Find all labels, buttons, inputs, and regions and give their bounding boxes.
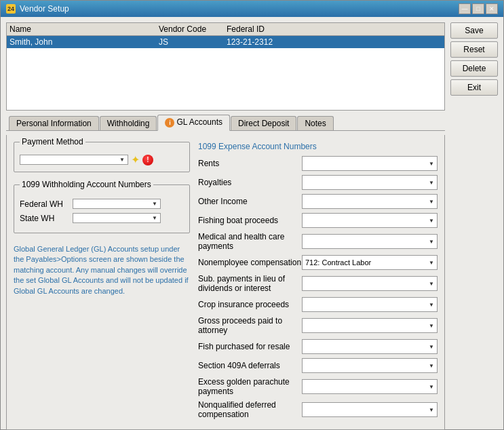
account-select-medical[interactable]: ▼: [302, 234, 438, 249]
account-select-excess-golden[interactable]: ▼: [302, 379, 438, 394]
federal-wh-label: Federal WH: [20, 199, 67, 209]
title-bar: 24 Vendor Setup — □ ✕: [1, 1, 503, 17]
vendor-table-header: Name Vendor Code Federal ID: [7, 23, 444, 36]
account-label-royalties: Royalties: [198, 178, 302, 187]
account-select-royalties[interactable]: ▼: [302, 175, 438, 190]
reset-button[interactable]: Reset: [450, 41, 498, 58]
rents-chevron-icon: ▼: [429, 161, 434, 167]
account-select-sub-payments[interactable]: ▼: [302, 276, 438, 291]
app-icon: 24: [6, 4, 16, 14]
main-area: Name Vendor Code Federal ID Smith, John …: [6, 22, 445, 430]
crop-chevron-icon: ▼: [429, 302, 434, 308]
tab-notes[interactable]: Notes: [297, 116, 333, 130]
delete-button[interactable]: Delete: [450, 60, 498, 77]
account-row-nonqualified: Nonqualified deferred compensation ▼: [198, 399, 438, 420]
nonemployee-chevron-icon: ▼: [429, 260, 434, 266]
tab-bar: Personal Information Withholding iGL Acc…: [6, 115, 445, 131]
account-label-nonqualified: Nonqualified deferred compensation: [198, 400, 302, 419]
payment-method-chevron-icon: ▼: [119, 157, 125, 163]
vendor-table: Name Vendor Code Federal ID Smith, John …: [6, 22, 445, 111]
title-controls: — □ ✕: [459, 3, 498, 14]
gl-accounts-icon: i: [165, 118, 174, 128]
account-select-fish-purchased[interactable]: ▼: [302, 339, 438, 354]
federal-wh-select[interactable]: ▼: [73, 199, 161, 209]
account-row-fishing-boat: Fishing boat proceeds ▼: [198, 212, 438, 229]
account-select-other-income[interactable]: ▼: [302, 194, 438, 209]
account-select-crop[interactable]: ▼: [302, 297, 438, 312]
royalties-chevron-icon: ▼: [429, 180, 434, 186]
excess-golden-chevron-icon: ▼: [429, 384, 434, 390]
account-label-section-409a: Section 409A deferrals: [198, 361, 302, 370]
nonqualified-chevron-icon: ▼: [429, 407, 434, 413]
minimize-button[interactable]: —: [459, 3, 471, 14]
account-row-other-income: Other Income ▼: [198, 193, 438, 210]
account-select-section-409a[interactable]: ▼: [302, 358, 438, 373]
payment-method-row: ▼ ✦ !: [20, 153, 184, 166]
federal-wh-chevron-icon: ▼: [152, 201, 157, 207]
account-label-crop: Crop insurance proceeds: [198, 300, 302, 309]
sidebar-buttons: Save Reset Delete Exit: [450, 22, 498, 430]
account-row-excess-golden: Excess golden parachute payments ▼: [198, 376, 438, 397]
account-label-sub-payments: Sub. payments in lieu of dividends or in…: [198, 274, 302, 293]
account-label-excess-golden: Excess golden parachute payments: [198, 377, 302, 396]
tab-withholding[interactable]: Withholding: [100, 116, 157, 130]
account-label-fish-purchased: Fish purchased for resale: [198, 342, 302, 351]
tab-panel-gl-accounts: Payment Method ▼ ✦ ! 1099 Withholding: [6, 135, 445, 430]
account-select-rents[interactable]: ▼: [302, 156, 438, 171]
vendor-code: JS: [159, 37, 227, 47]
other-income-chevron-icon: ▼: [429, 199, 434, 205]
account-label-other-income: Other Income: [198, 197, 302, 206]
gross-proceeds-chevron-icon: ▼: [429, 323, 434, 329]
withholding-accounts-title: 1099 Withholding Account Numbers: [20, 180, 153, 189]
expense-accounts-title: 1099 Expense Account Numbers: [198, 142, 438, 151]
account-row-fish-purchased: Fish purchased for resale ▼: [198, 338, 438, 355]
gl-accounts-info-text: Global General Ledger (GL) Accounts setu…: [14, 244, 190, 296]
table-row[interactable]: Smith, John JS 123-21-2312: [7, 36, 444, 48]
warning-icon: !: [142, 155, 153, 165]
vendor-name: Smith, John: [9, 37, 159, 47]
account-label-nonemployee: Nonemployee compensation: [198, 258, 302, 267]
tab-gl-accounts[interactable]: iGL Accounts: [157, 115, 230, 131]
payment-method-select[interactable]: ▼: [20, 155, 128, 165]
star-icon: ✦: [131, 153, 140, 166]
withholding-accounts-group: 1099 Withholding Account Numbers Federal…: [14, 184, 190, 233]
account-row-royalties: Royalties ▼: [198, 174, 438, 191]
account-label-rents: Rents: [198, 159, 302, 168]
account-row-nonemployee: Nonemployee compensation 712: Contract L…: [198, 254, 438, 271]
payment-method-title: Payment Method: [20, 137, 85, 146]
account-select-nonqualified[interactable]: ▼: [302, 402, 438, 417]
account-select-nonemployee[interactable]: 712: Contract Labor ▼: [302, 255, 438, 270]
account-select-gross-proceeds[interactable]: ▼: [302, 318, 438, 333]
tab-direct-deposit[interactable]: Direct Deposit: [231, 116, 296, 130]
tab-personal-information[interactable]: Personal Information: [9, 116, 99, 130]
payment-method-group: Payment Method ▼ ✦ !: [14, 142, 190, 172]
account-label-fishing-boat: Fishing boat proceeds: [198, 216, 302, 225]
title-bar-left: 24 Vendor Setup: [6, 4, 69, 14]
left-panel: Payment Method ▼ ✦ ! 1099 Withholding: [14, 142, 190, 423]
right-panel: 1099 Expense Account Numbers Rents ▼ Roy…: [198, 142, 438, 423]
col-header-federal-id: Federal ID: [227, 24, 308, 34]
fishing-boat-chevron-icon: ▼: [429, 218, 434, 224]
medical-chevron-icon: ▼: [429, 239, 434, 245]
account-row-crop: Crop insurance proceeds ▼: [198, 296, 438, 313]
col-header-name: Name: [9, 24, 159, 34]
save-button[interactable]: Save: [450, 22, 498, 39]
vendor-setup-window: 24 Vendor Setup — □ ✕ Name Vendor Code F…: [0, 0, 504, 430]
maximize-button[interactable]: □: [472, 3, 484, 14]
account-value-nonemployee: 712: Contract Labor: [305, 258, 371, 267]
account-row-medical: Medical and health care payments ▼: [198, 231, 438, 252]
content-area: Name Vendor Code Federal ID Smith, John …: [1, 17, 503, 430]
exit-button[interactable]: Exit: [450, 79, 498, 96]
col-header-code: Vendor Code: [159, 24, 227, 34]
close-button[interactable]: ✕: [486, 3, 498, 14]
section-409a-chevron-icon: ▼: [429, 363, 434, 369]
account-row-gross-proceeds: Gross proceeds paid to attorney ▼: [198, 315, 438, 336]
state-wh-select[interactable]: ▼: [73, 213, 161, 223]
fish-purchased-chevron-icon: ▼: [429, 344, 434, 350]
account-label-gross-proceeds: Gross proceeds paid to attorney: [198, 316, 302, 335]
account-select-fishing-boat[interactable]: ▼: [302, 213, 438, 228]
account-row-sub-payments: Sub. payments in lieu of dividends or in…: [198, 273, 438, 294]
vendor-federal-id: 123-21-2312: [227, 37, 308, 47]
state-wh-chevron-icon: ▼: [152, 215, 157, 221]
account-row-section-409a: Section 409A deferrals ▼: [198, 357, 438, 374]
